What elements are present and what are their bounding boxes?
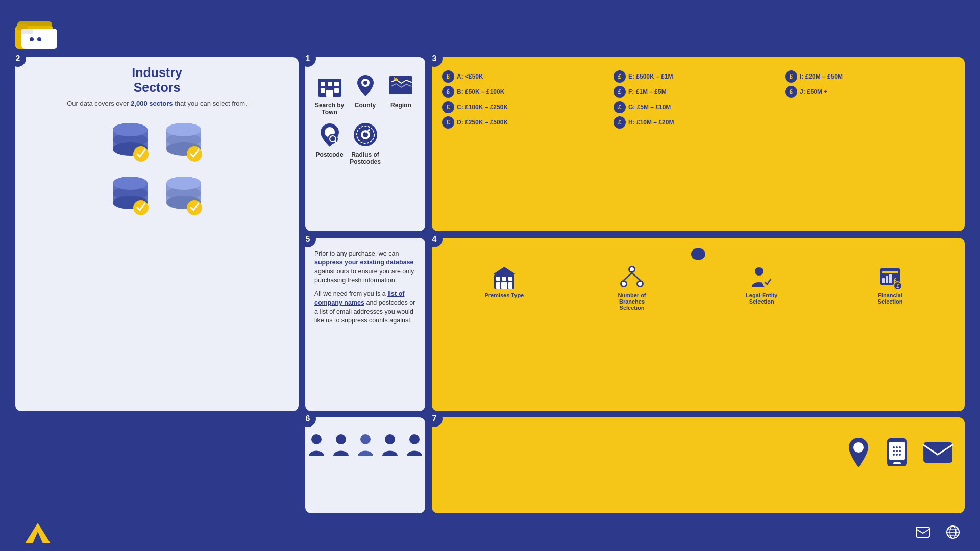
- svg-rect-58: [508, 282, 512, 289]
- svg-point-15: [363, 81, 368, 85]
- step-3-badge: 3: [426, 51, 443, 67]
- svg-line-63: [624, 273, 632, 280]
- band-b: £B: £50K – £100K: [442, 86, 611, 98]
- person-icon-3: [356, 433, 375, 458]
- geography-section: 1 Search by Town: [305, 57, 425, 231]
- person-icon-5: [405, 433, 424, 458]
- industry-heading: IndustrySectors: [132, 65, 182, 95]
- svg-point-87: [893, 446, 895, 448]
- other-legal: Legal Entity Selection: [740, 264, 783, 305]
- region-icon: [387, 71, 414, 99]
- svg-rect-9: [328, 82, 332, 86]
- band-g: £G: £5M – £10M: [614, 101, 783, 113]
- svg-rect-54: [496, 277, 500, 281]
- band-c: £C: £100K – £250K: [442, 101, 611, 113]
- premises-icon: [492, 264, 517, 290]
- svg-point-67: [638, 282, 642, 286]
- svg-rect-10: [334, 82, 339, 86]
- rdm-chevron-icon: [22, 520, 51, 543]
- svg-rect-98: [916, 527, 929, 537]
- suppressions-section: 5 Prior to any purchase, we can suppress…: [305, 238, 425, 412]
- svg-rect-96: [923, 442, 952, 463]
- other-premises: Premises Type: [484, 264, 524, 298]
- svg-point-69: [762, 277, 773, 288]
- svg-rect-59: [501, 282, 507, 289]
- geo-radius: Radius of Postcodes: [350, 121, 381, 165]
- band-i: £I: £20M – £50M: [785, 70, 954, 83]
- svg-rect-73: [886, 276, 888, 283]
- footer: [15, 519, 965, 543]
- svg-point-91: [896, 450, 898, 452]
- svg-rect-11: [321, 88, 325, 93]
- db-icon-1: [106, 117, 155, 166]
- svg-point-88: [896, 446, 898, 448]
- channels-section: 7: [432, 417, 965, 513]
- svg-point-6: [37, 37, 41, 41]
- db-icon-4: [160, 171, 208, 219]
- svg-point-94: [896, 454, 898, 456]
- svg-point-5: [30, 37, 34, 41]
- geo-county: County: [350, 71, 381, 116]
- svg-rect-4: [21, 29, 33, 34]
- svg-rect-71: [882, 271, 898, 273]
- svg-rect-56: [508, 277, 512, 281]
- financial-selection-label: Financial Selection: [869, 292, 912, 305]
- svg-point-38: [166, 123, 201, 136]
- step-5-badge: 5: [300, 231, 316, 247]
- svg-line-64: [632, 273, 640, 280]
- email-channel-icon: [921, 438, 954, 466]
- postcode-label: Postcode: [316, 151, 344, 158]
- band-a: £A: <£50K: [442, 70, 611, 83]
- band-e: £E: £500K – £1M: [614, 70, 783, 83]
- geo-region: Region: [386, 71, 416, 116]
- step-6-badge: 6: [300, 411, 316, 427]
- step-4-badge: 4: [426, 231, 443, 247]
- email-footer-icon: [916, 527, 930, 538]
- website-footer: [946, 525, 965, 539]
- svg-point-78: [311, 434, 322, 444]
- phone-icon: [883, 436, 911, 469]
- svg-marker-97: [25, 523, 51, 543]
- header-folder-icon: [15, 11, 60, 51]
- legal-entity-label: Legal Entity Selection: [740, 292, 783, 305]
- band-f: £F: £1M – £5M: [614, 86, 783, 98]
- svg-point-32: [113, 123, 148, 136]
- branches-selection-icon: [619, 264, 645, 290]
- rdm-logo: [15, 520, 51, 543]
- band-h: £H: £10M – £20M: [614, 116, 783, 129]
- svg-point-95: [899, 454, 901, 456]
- person-icon-2: [331, 433, 351, 458]
- other-business-section: 4 Premises Type: [432, 238, 965, 412]
- radius-label: Radius of Postcodes: [350, 151, 381, 165]
- svg-point-66: [622, 282, 626, 286]
- header: [15, 11, 965, 51]
- db-icon-2: [160, 117, 208, 166]
- county-label: County: [355, 102, 376, 109]
- industry-section: 2 IndustrySectors Our data covers over 2…: [15, 57, 299, 411]
- svg-rect-86: [893, 462, 901, 464]
- svg-point-93: [893, 454, 895, 456]
- suppress-para1: Prior to any purchase, we can suppress y…: [314, 249, 416, 285]
- geo-town: Search by Town: [314, 71, 345, 116]
- other-badge: [691, 248, 705, 260]
- step-1-badge: 1: [300, 51, 316, 67]
- globe-footer-icon: [946, 525, 960, 539]
- other-financial: £ £ Financial Selection: [869, 264, 912, 305]
- svg-point-44: [113, 177, 148, 190]
- person-icon-1: [307, 433, 326, 458]
- svg-point-17: [395, 78, 398, 81]
- town-label: Search by Town: [314, 102, 345, 116]
- svg-point-68: [755, 267, 763, 276]
- svg-rect-57: [496, 282, 500, 289]
- svg-rect-12: [334, 88, 339, 93]
- svg-point-79: [336, 434, 346, 444]
- postcode-icon: [316, 121, 344, 148]
- footer-contact: [916, 525, 965, 539]
- svg-point-27: [368, 129, 370, 131]
- band-d: £D: £250K – £500K: [442, 116, 611, 129]
- svg-point-89: [899, 446, 901, 448]
- svg-text:£: £: [896, 283, 899, 289]
- contacts-section: 6: [305, 417, 425, 513]
- legal-entity-icon: [749, 264, 774, 290]
- geo-postcode: Postcode: [314, 121, 345, 165]
